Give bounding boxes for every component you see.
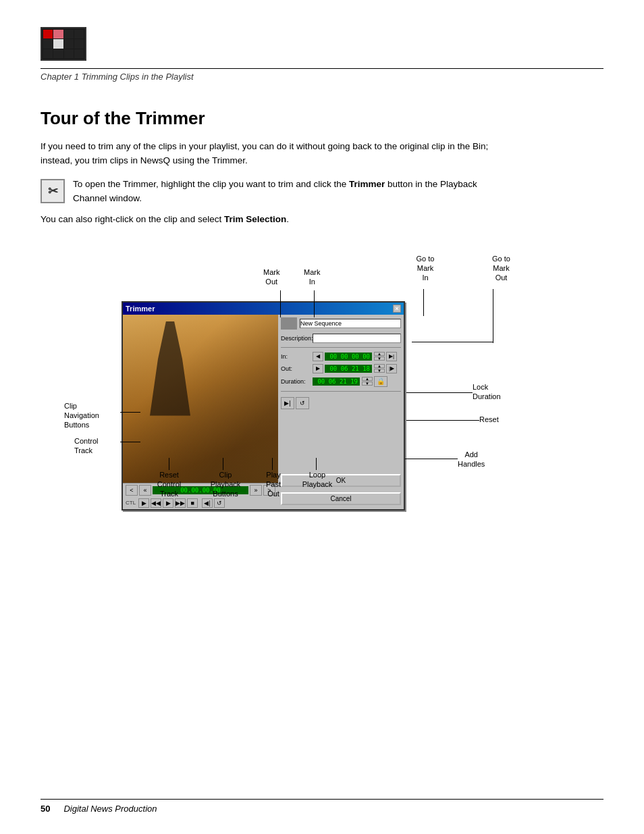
loop-playback-label: LoopPlayback [297, 470, 338, 490]
in-up[interactable]: ▲ [374, 352, 385, 356]
go-to-mark-in-line [423, 289, 424, 316]
body-text-1: If you need to trim any of the clips in … [41, 140, 500, 168]
note-row: ✂ To open the Trimmer, highlight the cli… [41, 178, 500, 206]
mark-in-btn[interactable]: ◀ [313, 352, 323, 361]
ctl-label: CTL [126, 500, 136, 506]
loop-icon[interactable]: ↺ [214, 498, 225, 508]
mark-out-btn[interactable]: ▶ [313, 364, 323, 373]
desc-label: Description: [281, 335, 311, 342]
clip-pb-up-line [223, 458, 223, 470]
out-row: Out: ▶ 00 06 21 18 ▲ ▼ |▶ [281, 364, 401, 373]
description-row: Description: [281, 334, 401, 343]
go-to-mark-out-label: Go toMarkOut [479, 254, 523, 283]
clip-nav-line [120, 412, 140, 413]
add-handles-label: AddHandles [458, 450, 485, 469]
dur-down[interactable]: ▼ [362, 382, 373, 386]
reset-label: Reset [479, 415, 499, 424]
sequence-name-input[interactable] [300, 319, 401, 328]
mark-in-line [314, 290, 315, 317]
reset-line [406, 420, 479, 421]
header-area: Chapter 1 Trimming Clips in the Playlist [41, 27, 603, 98]
footer-page-number: 50 [41, 804, 50, 814]
note-text: To open the Trimmer, highlight the clip … [73, 178, 500, 206]
playback-bar: CTL ▶ ◀◀ ▶ ▶▶ ■ ◀| ↺ [123, 497, 278, 509]
lock-duration-label: LockDuration [473, 382, 501, 402]
trimmer-icon: ✂ [41, 179, 65, 203]
panel-icon-1[interactable]: ▶| [281, 397, 294, 409]
mark-out-label: MarkOut [263, 267, 279, 287]
go-to-in-btn[interactable]: ▶| [386, 352, 397, 361]
duration-label: Duration: [281, 378, 311, 385]
mark-in-playback[interactable]: ◀| [202, 498, 213, 508]
go-to-out-btn[interactable]: |▶ [386, 364, 397, 373]
main-content: Tour of the Trimmer If you need to trim … [41, 108, 603, 538]
out-down[interactable]: ▼ [374, 369, 385, 373]
body-text-2: You can also right-click on the clip and… [41, 213, 500, 227]
out-label: Out: [281, 365, 311, 372]
prev-frame-button[interactable]: ◀◀ [151, 498, 161, 508]
in-timecode: 00 00 00 00 [325, 353, 372, 361]
footer: 50 Digital News Production [41, 799, 603, 814]
in-down[interactable]: ▼ [374, 357, 385, 361]
panel-bottom-buttons: ▶| ↺ [281, 397, 401, 409]
description-input[interactable] [313, 334, 401, 343]
go-to-mark-out-line [493, 289, 493, 343]
frame-fwd-button[interactable]: ▶ [163, 498, 173, 508]
cancel-button[interactable]: Cancel [281, 492, 401, 505]
video-overlay [123, 315, 278, 509]
play-past-up-line [272, 458, 273, 470]
dur-up[interactable]: ▲ [362, 377, 373, 381]
control-track-line [120, 442, 140, 442]
in-row: In: ◀ 00 00 00 00 ▲ ▼ ▶| [281, 352, 401, 361]
footer-title: Digital News Production [63, 804, 157, 814]
video-controls: < « 00.00.00.00 » > CTL ▶ ◀◀ ▶ ▶▶ [123, 483, 278, 509]
video-preview: < « 00.00.00.00 » > CTL ▶ ◀◀ ▶ ▶▶ [123, 315, 278, 509]
play-past-out-label: PlayPastOut [257, 470, 290, 499]
duration-row: Duration: 00 06 21 19 ▲ ▼ 🔒 [281, 376, 401, 387]
out-up[interactable]: ▲ [374, 364, 385, 368]
reset-control-track-label: ResetControlTrack [147, 470, 191, 499]
stop-button[interactable]: ■ [187, 498, 198, 508]
mark-out-line [280, 290, 281, 317]
mark-in-label: MarkIn [304, 267, 320, 287]
out-timecode: 00 06 21 18 [325, 365, 372, 373]
header-rule [41, 68, 603, 69]
trimmer-title: Trimmer [126, 305, 155, 313]
reset-ct-up-line [169, 458, 169, 470]
play-button[interactable]: ▶ [138, 498, 149, 508]
go-to-mark-out-horiz [412, 342, 493, 342]
chapter-icon [41, 27, 88, 64]
nav-bar: < « 00.00.00.00 » > [123, 483, 278, 497]
duration-timecode: 00 06 21 19 [313, 377, 360, 386]
chapter-label: Chapter 1 Trimming Clips in the Playlist [41, 72, 603, 82]
control-track-label: ControlTrack [74, 436, 118, 456]
clip-navigation-label: ClipNavigationButtons [64, 401, 118, 430]
lock-duration-btn[interactable]: 🔒 [374, 376, 387, 387]
trimmer-titlebar: Trimmer × [123, 303, 404, 315]
add-handles-line [405, 459, 458, 459]
section-title: Tour of the Trimmer [41, 108, 603, 129]
next-clip-button[interactable]: ▶▶ [175, 498, 186, 508]
panel-icon-2[interactable]: ↺ [296, 397, 309, 409]
diagram-area: Trimmer × < « 00.00.00.00 [41, 247, 594, 538]
go-to-mark-in-label: Go toMarkIn [405, 254, 446, 283]
nav-prev-btn[interactable]: < [126, 485, 138, 496]
in-label: In: [281, 353, 311, 360]
lock-duration-line [406, 392, 473, 393]
clip-playback-buttons-label: ClipPlaybackButtons [203, 470, 248, 499]
sequence-icon [281, 317, 297, 330]
trimmer-close-button[interactable]: × [393, 305, 401, 313]
loop-up-line [316, 458, 317, 470]
